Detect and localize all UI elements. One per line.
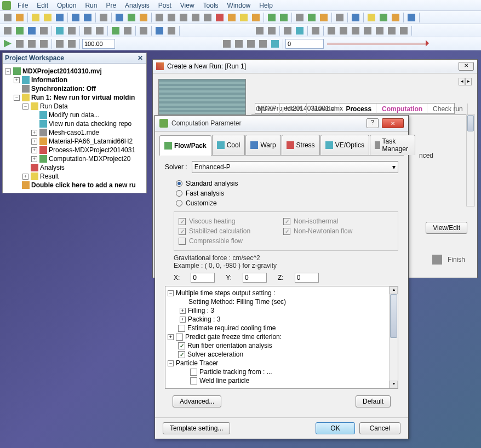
tab-warp[interactable]: Warp bbox=[245, 135, 280, 155]
tb2-3d1-icon[interactable] bbox=[326, 25, 337, 36]
tb2-3d2-icon[interactable] bbox=[338, 25, 349, 36]
tree-run1[interactable]: − Run 1: New run for virtual moldin bbox=[5, 93, 144, 102]
tree-info[interactable]: + Information bbox=[5, 76, 144, 84]
tree-analysis[interactable]: Analysis bbox=[5, 163, 144, 172]
expand-icon[interactable]: + bbox=[31, 156, 37, 162]
tb-table-icon[interactable] bbox=[350, 12, 361, 23]
tab-flowpack[interactable]: Flow/Pack bbox=[159, 135, 211, 156]
run-tab-computation[interactable]: Computation bbox=[377, 104, 427, 114]
tab-task[interactable]: Task Manager bbox=[370, 135, 415, 155]
expand-icon[interactable]: − bbox=[22, 104, 28, 110]
run-tab-material[interactable]: Material bbox=[308, 104, 341, 114]
tab-right-icon[interactable]: ▸ bbox=[465, 78, 472, 85]
tb-yel-icon[interactable] bbox=[238, 12, 249, 23]
help-icon[interactable]: ? bbox=[367, 118, 379, 128]
menu-analysis[interactable]: Analysis bbox=[121, 1, 154, 10]
tb-orange-icon[interactable] bbox=[250, 12, 261, 23]
run-scrollbar[interactable] bbox=[466, 114, 475, 206]
menu-help[interactable]: Help bbox=[255, 1, 277, 10]
tb-chart-icon[interactable] bbox=[378, 12, 389, 23]
tree-root[interactable]: − MDXProject20140310.mvj bbox=[5, 67, 144, 76]
expand-icon[interactable]: + bbox=[180, 317, 186, 323]
tb-cube5-icon[interactable] bbox=[202, 12, 213, 23]
run-close-icon[interactable]: ✕ bbox=[459, 62, 474, 71]
tb2-shape-icon[interactable] bbox=[38, 25, 49, 36]
radio-fast[interactable]: Fast analysis bbox=[165, 188, 398, 198]
run-tab-mesh[interactable]: Mesh bbox=[281, 104, 306, 114]
tree-viewcheck[interactable]: View run data checking repo bbox=[5, 119, 144, 128]
tb2-scissors-icon[interactable] bbox=[2, 25, 13, 36]
tb-cube4-icon[interactable] bbox=[190, 12, 201, 23]
check-solver-accel[interactable]: ✓ bbox=[178, 351, 185, 358]
template-setting-button[interactable]: Template setting... bbox=[163, 422, 230, 434]
tb-saveall-icon[interactable] bbox=[82, 12, 93, 23]
tb3-value-input[interactable] bbox=[82, 39, 115, 49]
tb3-fwd-icon[interactable] bbox=[38, 38, 49, 49]
tb-open-icon[interactable] bbox=[14, 12, 25, 23]
tab-ve[interactable]: VE/Optics bbox=[320, 135, 369, 155]
tb-tan-icon[interactable] bbox=[226, 12, 237, 23]
menu-edit[interactable]: Edit bbox=[32, 1, 53, 10]
tb-save-icon[interactable] bbox=[70, 12, 81, 23]
tb-green-icon[interactable] bbox=[266, 12, 277, 23]
tb3-num-input[interactable] bbox=[285, 39, 324, 49]
cancel-button[interactable]: Cancel bbox=[359, 422, 400, 434]
expand-icon[interactable]: − bbox=[168, 290, 174, 296]
tb-truck-icon[interactable] bbox=[334, 12, 345, 23]
tb2-axis-icon[interactable] bbox=[154, 25, 165, 36]
tb2-3d5-icon[interactable] bbox=[374, 25, 385, 36]
menu-tools[interactable]: Tools bbox=[199, 1, 223, 10]
tb2-grad-icon[interactable] bbox=[294, 25, 305, 36]
tb2-tri-icon[interactable] bbox=[26, 25, 37, 36]
tb-cube1-icon[interactable] bbox=[154, 12, 165, 23]
tb-mail-icon[interactable] bbox=[366, 12, 377, 23]
tb2-grid2-icon[interactable] bbox=[166, 25, 177, 36]
check-predict-gate[interactable] bbox=[176, 334, 183, 341]
expand-icon[interactable]: − bbox=[14, 95, 20, 101]
tree-material[interactable]: + Material-PA66_Latamid66H2 bbox=[5, 137, 144, 146]
tree-process[interactable]: + Process-MDXProject2014031 bbox=[5, 146, 144, 154]
tb-cube2-icon[interactable] bbox=[166, 12, 177, 23]
tb2-3d7-icon[interactable] bbox=[398, 25, 409, 36]
radio-icon[interactable] bbox=[176, 180, 182, 187]
tree-add[interactable]: Double click here to add a new ru bbox=[5, 181, 144, 189]
tb3-gray2-icon[interactable] bbox=[233, 38, 244, 49]
tb-dkgreen-icon[interactable] bbox=[278, 12, 289, 23]
menu-pre[interactable]: Pre bbox=[101, 1, 121, 10]
check-particle-tracking[interactable] bbox=[190, 369, 197, 376]
dialog-close-icon[interactable]: ✕ bbox=[382, 118, 404, 128]
expand-icon[interactable]: − bbox=[168, 360, 174, 366]
tb-grid-icon[interactable] bbox=[114, 12, 125, 23]
tb-box-icon[interactable] bbox=[294, 12, 305, 23]
check-estimate-cooling[interactable] bbox=[178, 325, 185, 332]
tree-rundata[interactable]: − Run Data bbox=[5, 102, 144, 111]
tb2-mesh-icon[interactable] bbox=[14, 25, 25, 36]
tb2-arrows-icon[interactable] bbox=[66, 25, 77, 36]
tb-globe-icon[interactable] bbox=[390, 12, 401, 23]
tb2-coord-icon[interactable] bbox=[110, 25, 121, 36]
expand-icon[interactable]: − bbox=[5, 68, 11, 74]
tb3-play-icon[interactable] bbox=[2, 38, 13, 49]
tb3-back-icon[interactable] bbox=[26, 38, 37, 49]
list-scrollbar[interactable]: ▴ ▾ bbox=[389, 286, 398, 388]
tb-doc-icon[interactable] bbox=[54, 12, 65, 23]
expand-icon[interactable]: + bbox=[31, 147, 37, 153]
radio-standard[interactable]: Standard analysis bbox=[165, 179, 398, 188]
run-tab-option[interactable]: Option bbox=[251, 104, 280, 114]
expand-icon[interactable]: + bbox=[22, 174, 28, 180]
workspace-close-icon[interactable]: ✕ bbox=[136, 54, 144, 62]
tb2-cursor-icon[interactable] bbox=[82, 25, 93, 36]
scrollbar-thumb[interactable] bbox=[467, 115, 474, 131]
tb-new-icon[interactable] bbox=[2, 12, 13, 23]
tb-boxo-icon[interactable] bbox=[318, 12, 329, 23]
tb2-ruler-icon[interactable] bbox=[122, 25, 133, 36]
tb3-slider[interactable] bbox=[327, 43, 426, 45]
tb3-gray1-icon[interactable] bbox=[221, 38, 232, 49]
tb3-gray3-icon[interactable] bbox=[245, 38, 256, 49]
tb2-3d6-icon[interactable] bbox=[386, 25, 397, 36]
tb-arrow-icon[interactable] bbox=[138, 12, 149, 23]
tb-print-icon[interactable] bbox=[98, 12, 109, 23]
menu-option[interactable]: Option bbox=[53, 1, 81, 10]
tb3-color-icon[interactable] bbox=[270, 38, 280, 49]
radio-customize[interactable]: Customize bbox=[165, 198, 398, 208]
